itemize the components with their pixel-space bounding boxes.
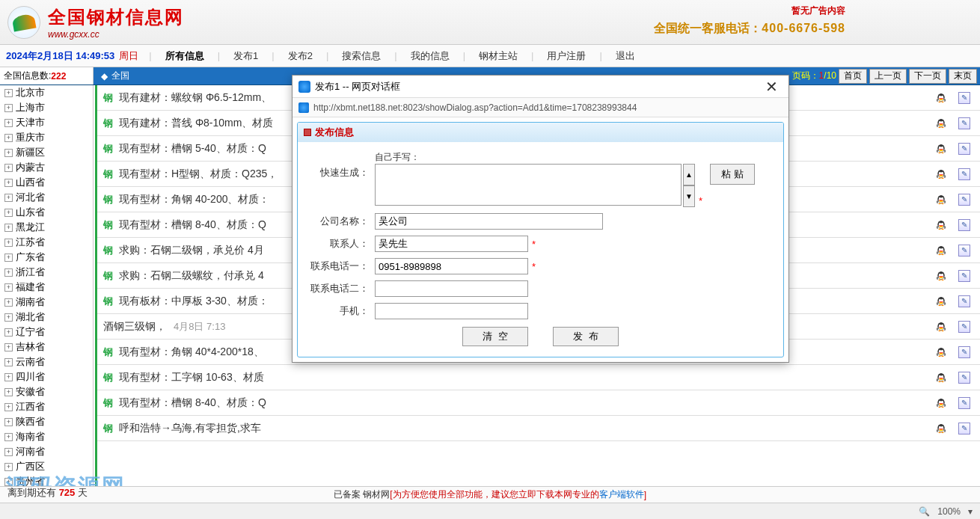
edit-icon[interactable]: ✎ xyxy=(958,245,970,257)
edit-icon[interactable]: ✎ xyxy=(958,194,970,206)
qq-icon[interactable] xyxy=(935,372,947,384)
last-page-button[interactable]: 末页 xyxy=(949,69,977,84)
first-page-button[interactable]: 首页 xyxy=(839,69,867,84)
sidebar-item[interactable]: +上海市 xyxy=(0,100,93,115)
expand-icon[interactable]: + xyxy=(4,358,13,366)
edit-icon[interactable]: ✎ xyxy=(958,143,970,155)
expand-icon[interactable]: + xyxy=(4,134,13,142)
expand-icon[interactable]: + xyxy=(4,164,13,172)
sidebar-item[interactable]: +福建省 xyxy=(0,280,93,295)
edit-icon[interactable]: ✎ xyxy=(958,372,970,384)
edit-icon[interactable]: ✎ xyxy=(958,321,970,333)
expand-icon[interactable]: + xyxy=(4,403,13,411)
nav-item[interactable]: 发布2 xyxy=(288,50,313,61)
edit-icon[interactable]: ✎ xyxy=(958,346,970,358)
expand-icon[interactable]: + xyxy=(4,194,13,202)
next-page-button[interactable]: 下一页 xyxy=(909,69,946,84)
nav-item[interactable]: 退出 xyxy=(616,50,635,61)
expand-icon[interactable]: + xyxy=(4,209,13,217)
sidebar-item[interactable]: +陕西省 xyxy=(0,414,93,429)
qq-icon[interactable] xyxy=(935,321,947,333)
sidebar-item[interactable]: +辽宁省 xyxy=(0,325,93,340)
close-icon[interactable]: ✕ xyxy=(760,78,783,96)
qq-icon[interactable] xyxy=(935,92,947,104)
nav-item[interactable]: 搜索信息 xyxy=(342,50,381,61)
prev-page-button[interactable]: 上一页 xyxy=(869,69,907,84)
expand-icon[interactable]: + xyxy=(4,448,13,456)
sidebar-item[interactable]: +黑龙江 xyxy=(0,220,93,235)
expand-icon[interactable]: + xyxy=(4,433,13,441)
sidebar-item[interactable]: +湖南省 xyxy=(0,295,93,310)
qq-icon[interactable] xyxy=(935,194,947,206)
edit-icon[interactable]: ✎ xyxy=(958,423,970,434)
textarea-down-button[interactable]: ▼ xyxy=(683,185,695,207)
expand-icon[interactable]: + xyxy=(4,149,13,157)
qq-icon[interactable] xyxy=(935,143,947,155)
sidebar-item[interactable]: +浙江省 xyxy=(0,265,93,280)
quick-gen-input[interactable] xyxy=(375,164,682,206)
phone2-input[interactable] xyxy=(375,280,528,297)
expand-icon[interactable]: + xyxy=(4,418,13,426)
list-row[interactable]: 钢现有型材：槽钢 8-40、材质：Q✎ xyxy=(97,390,980,416)
qq-icon[interactable] xyxy=(935,219,947,231)
sidebar-item[interactable]: +山东省 xyxy=(0,205,93,220)
sidebar-item[interactable]: +四川省 xyxy=(0,369,93,384)
nav-item[interactable]: 用户注册 xyxy=(547,50,586,61)
zoom-dropdown-icon[interactable]: ▾ xyxy=(968,506,973,517)
sidebar-item[interactable]: +湖北省 xyxy=(0,310,93,325)
expand-icon[interactable]: + xyxy=(4,179,13,187)
expand-icon[interactable]: + xyxy=(4,268,13,277)
sidebar-item[interactable]: +江苏省 xyxy=(0,235,93,250)
expand-icon[interactable]: + xyxy=(4,328,13,337)
nav-item[interactable]: 发布1 xyxy=(233,50,258,61)
nav-item[interactable]: 钢材主站 xyxy=(479,50,518,61)
qq-icon[interactable] xyxy=(935,423,947,434)
publish-button[interactable]: 发布 xyxy=(553,327,619,346)
clear-button[interactable]: 清空 xyxy=(462,327,528,346)
edit-icon[interactable]: ✎ xyxy=(958,397,970,409)
sidebar-item[interactable]: +重庆市 xyxy=(0,130,93,145)
qq-icon[interactable] xyxy=(935,397,947,409)
expand-icon[interactable]: + xyxy=(4,298,13,307)
company-input[interactable] xyxy=(375,213,603,230)
mobile-input[interactable] xyxy=(375,303,528,319)
expand-icon[interactable]: + xyxy=(4,313,13,322)
expand-icon[interactable]: + xyxy=(4,104,13,112)
edit-icon[interactable]: ✎ xyxy=(958,117,970,129)
qq-icon[interactable] xyxy=(935,295,947,307)
expand-icon[interactable]: + xyxy=(4,224,13,232)
client-download-link[interactable]: 客户端软件 xyxy=(599,488,644,501)
nav-item[interactable]: 我的信息 xyxy=(411,50,450,61)
sidebar-item[interactable]: +山西省 xyxy=(0,175,93,190)
sidebar-item[interactable]: +河北省 xyxy=(0,190,93,205)
qq-icon[interactable] xyxy=(935,346,947,358)
list-row[interactable]: 钢呼和浩特→乌海,有零担货,求车✎ xyxy=(97,416,980,441)
edit-icon[interactable]: ✎ xyxy=(958,219,970,231)
expand-icon[interactable]: + xyxy=(4,254,13,262)
phone1-input[interactable] xyxy=(375,258,528,274)
sidebar-item[interactable]: +广东省 xyxy=(0,250,93,265)
sidebar-item[interactable]: +江西省 xyxy=(0,399,93,414)
sidebar-item[interactable]: +广西区 xyxy=(0,459,93,474)
qq-icon[interactable] xyxy=(935,168,947,180)
sidebar-item[interactable]: +云南省 xyxy=(0,354,93,369)
expand-icon[interactable]: + xyxy=(4,239,13,247)
expand-icon[interactable]: + xyxy=(4,388,13,396)
expand-icon[interactable]: + xyxy=(4,343,13,351)
expand-icon[interactable]: + xyxy=(4,478,13,486)
sidebar-item[interactable]: +新疆区 xyxy=(0,145,93,160)
expand-icon[interactable]: + xyxy=(4,373,13,381)
sidebar-item[interactable]: +海南省 xyxy=(0,429,93,444)
qq-icon[interactable] xyxy=(935,245,947,257)
sidebar-item[interactable]: +天津市 xyxy=(0,115,93,130)
list-row[interactable]: 钢现有型材：工字钢 10-63、材质✎ xyxy=(97,365,980,390)
sidebar-item[interactable]: +河南省 xyxy=(0,444,93,459)
expand-icon[interactable]: + xyxy=(4,119,13,127)
expand-icon[interactable]: + xyxy=(4,89,13,97)
expand-icon[interactable]: + xyxy=(4,463,13,471)
textarea-up-button[interactable]: ▲ xyxy=(683,164,695,185)
sidebar-item[interactable]: +内蒙古 xyxy=(0,160,93,175)
sidebar-item[interactable]: +安徽省 xyxy=(0,384,93,399)
contact-input[interactable] xyxy=(375,236,528,252)
edit-icon[interactable]: ✎ xyxy=(958,92,970,104)
